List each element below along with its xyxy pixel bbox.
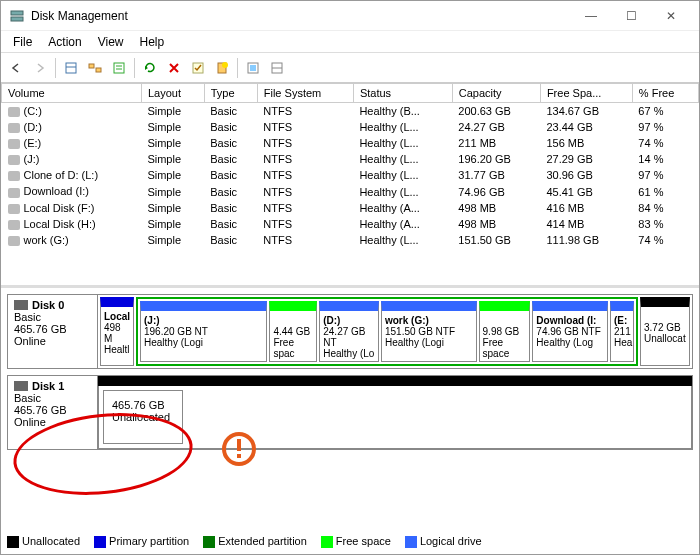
disk-0-size: 465.76 GB [14,323,67,335]
partition-local[interactable]: Local498 MHealtl [100,297,134,366]
titlebar: Disk Management — ☐ ✕ [1,1,699,31]
disk-0-type: Basic [14,311,41,323]
disk-1-name: Disk 1 [32,380,64,392]
disk-0-label[interactable]: Disk 0 Basic 465.76 GB Online [8,295,98,368]
forward-button[interactable] [29,57,51,79]
partition-g[interactable]: work (G:)151.50 GB NTFHealthy (Logi [381,301,477,362]
partition-i[interactable]: Download (I:74.96 GB NTFHealthy (Log [532,301,608,362]
maximize-button[interactable]: ☐ [611,2,651,30]
menu-action[interactable]: Action [40,33,89,51]
partition-d[interactable]: (D:)24.27 GB NTHealthy (Lo [319,301,379,362]
disk-1-size: 465.76 GB [14,404,67,416]
svg-rect-0 [11,11,23,15]
svg-point-12 [222,62,228,68]
disk-icon [14,381,28,391]
menubar: File Action View Help [1,31,699,53]
volume-table: VolumeLayoutTypeFile SystemStatusCapacit… [1,83,699,248]
table-row[interactable]: Clone of D: (L:)SimpleBasicNTFSHealthy (… [2,167,699,183]
d1-unalloc-size: 465.76 GB [112,399,165,411]
disk-icon [14,300,28,310]
svg-rect-2 [66,63,76,73]
svg-rect-1 [11,17,23,21]
column-header[interactable]: Capacity [452,84,540,103]
disk-0-row[interactable]: Disk 0 Basic 465.76 GB Online Local498 M… [7,294,693,369]
properties-icon[interactable] [108,57,130,79]
minimize-button[interactable]: — [571,2,611,30]
partition-e[interactable]: (E:211Hea [610,301,634,362]
column-header[interactable]: Type [204,84,257,103]
window-title: Disk Management [31,9,571,23]
volume-icon [8,220,20,230]
table-row[interactable]: (J:)SimpleBasicNTFSHealthy (L...196.20 G… [2,151,699,167]
volume-icon [8,171,20,181]
table-row[interactable]: work (G:)SimpleBasicNTFSHealthy (L...151… [2,232,699,248]
partition-j[interactable]: (J:)196.20 GB NTHealthy (Logi [140,301,267,362]
table-row[interactable]: (D:)SimpleBasicNTFSHealthy (L...24.27 GB… [2,119,699,135]
legend-swatch-free [321,536,333,548]
svg-rect-19 [237,454,241,458]
table-row[interactable]: (C:)SimpleBasicNTFSHealthy (B...200.63 G… [2,103,699,120]
d1-unalloc-state: Unallocated [112,411,170,423]
volume-list-pane[interactable]: VolumeLayoutTypeFile SystemStatusCapacit… [1,83,699,288]
close-button[interactable]: ✕ [651,2,691,30]
column-header[interactable]: % Free [632,84,698,103]
menu-file[interactable]: File [5,33,40,51]
column-header[interactable]: Status [353,84,452,103]
volume-icon [8,107,20,117]
disk-graphical-pane[interactable]: Disk 0 Basic 465.76 GB Online Local498 M… [1,294,699,450]
svg-rect-6 [114,63,124,73]
delete-icon[interactable] [163,57,185,79]
volume-icon [8,155,20,165]
free-space-2[interactable]: 9.98 GBFree space [479,301,531,362]
unallocated-d0[interactable]: 3.72 GBUnallocat [640,297,690,366]
help-icon[interactable] [266,57,288,79]
legend: Unallocated Primary partition Extended p… [7,535,482,548]
extended-partition[interactable]: (J:)196.20 GB NTHealthy (Logi 4.44 GBFre… [136,297,638,366]
unallocated-d1[interactable]: 465.76 GB Unallocated [103,390,183,444]
free-space-1[interactable]: 4.44 GBFree spac [269,301,317,362]
table-row[interactable]: Local Disk (H:)SimpleBasicNTFSHealthy (A… [2,216,699,232]
menu-view[interactable]: View [90,33,132,51]
legend-swatch-extended [203,536,215,548]
disk-0-state: Online [14,335,46,347]
column-header[interactable]: File System [257,84,353,103]
volume-icon [8,204,20,214]
refresh-icon[interactable] [139,57,161,79]
disk-1-state: Online [14,416,46,428]
disk-1-row[interactable]: Disk 1 Basic 465.76 GB Online 465.76 GB … [7,375,693,450]
table-row[interactable]: Local Disk (F:)SimpleBasicNTFSHealthy (A… [2,200,699,216]
disk-1-type: Basic [14,392,41,404]
disk-0-name: Disk 0 [32,299,64,311]
new-icon[interactable] [211,57,233,79]
legend-swatch-logical [405,536,417,548]
table-row[interactable]: Download (I:)SimpleBasicNTFSHealthy (L..… [2,183,699,199]
column-header[interactable]: Volume [2,84,142,103]
disk-1-label[interactable]: Disk 1 Basic 465.76 GB Online [8,376,98,449]
legend-swatch-unallocated [7,536,19,548]
volume-icon [8,188,20,198]
view-list-icon[interactable] [60,57,82,79]
volume-icon [8,236,20,246]
svg-rect-14 [250,65,256,71]
svg-rect-4 [89,64,94,68]
toolbar [1,53,699,83]
volume-icon [8,139,20,149]
legend-swatch-primary [94,536,106,548]
menu-help[interactable]: Help [132,33,173,51]
volume-icon [8,123,20,133]
back-button[interactable] [5,57,27,79]
column-header[interactable]: Layout [141,84,204,103]
view-tree-icon[interactable] [84,57,106,79]
table-row[interactable]: (E:)SimpleBasicNTFSHealthy (L...211 MB15… [2,135,699,151]
checkmark-icon[interactable] [187,57,209,79]
disk-mgmt-icon [9,8,25,24]
svg-rect-5 [96,68,101,72]
column-header[interactable]: Free Spa... [540,84,632,103]
options-icon[interactable] [242,57,264,79]
